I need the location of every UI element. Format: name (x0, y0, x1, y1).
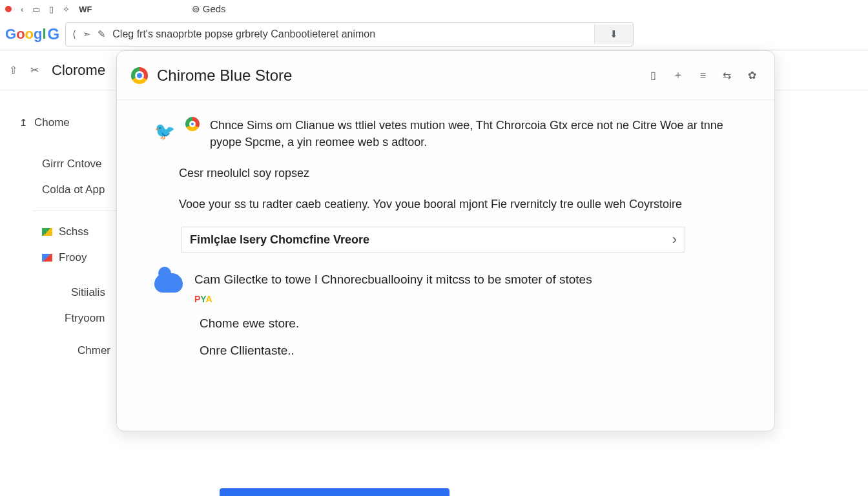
back-small-icon[interactable]: ‹ (21, 5, 23, 14)
sidebar-item-label: Frooy (59, 251, 87, 264)
page-heading: Clorome (52, 62, 105, 79)
sidebar-item-chmer[interactable]: Chmer (0, 338, 116, 364)
tab-globe-icon: ⊚ (192, 3, 200, 14)
add-icon[interactable]: ＋ (669, 68, 687, 82)
chrome-logo-icon (131, 67, 148, 84)
sidebar-item-label: Girrr Cntove (42, 158, 102, 170)
primary-action-button[interactable]: Uttotefoy (220, 488, 450, 496)
download-icon: ⬇ (610, 28, 618, 40)
send-icon[interactable]: ➣ (83, 28, 91, 40)
cloud-icon (154, 273, 183, 293)
app-icon (42, 254, 52, 262)
sub-list: Chome ewe store. Onre Cllientaste.. (200, 315, 737, 359)
twitter-bird-icon: 🐦 (154, 119, 175, 144)
sub-list-item[interactable]: Onre Cllientaste.. (200, 342, 737, 360)
nav-back-icon[interactable]: ⟨ (72, 28, 76, 40)
sidebar-item-sitiialis[interactable]: Sitiialis (0, 280, 116, 305)
settings-icon[interactable]: ⇆ (719, 69, 735, 81)
store-dialog: Chirome Blue Store ▯ ＋ ≡ ⇆ ✿ 🐦 Chnce Sim… (116, 50, 775, 431)
body-line-2: Cesr rneolulcl soy ropsez (179, 165, 737, 181)
store-search-row[interactable]: Fimlçlae lsery Chomcfine Vreore › (181, 227, 685, 253)
wf-label: WF (79, 5, 92, 14)
sub-list-item[interactable]: Chome ewe store. (200, 315, 737, 333)
tool-icon[interactable]: ✂ (30, 64, 39, 76)
sidebar-item-label: Colda ot App (42, 183, 105, 196)
sidebar-item-girrr[interactable]: Girrr Cntove (0, 151, 116, 177)
app-icon (42, 228, 52, 236)
sidebar-item-label: Chome (34, 116, 70, 129)
cloud-row: Cam Gilectke to towe I Chnorecbuallooiny… (154, 271, 737, 305)
sidebar-item-label: Ftryoom (65, 312, 105, 324)
tab-title[interactable]: ⊚ Geds (192, 3, 226, 15)
badge-yellow: A (205, 294, 212, 304)
toolbar-row: Googl G ⟨ ➣ ✎ ⬇ (0, 18, 868, 50)
page-small-icon[interactable]: ▯ (49, 5, 54, 14)
url-input[interactable] (112, 28, 588, 40)
intro-row: 🐦 Chnce Sims om Clianue ws ttliel vetes … (154, 117, 737, 150)
up-arrow-icon: ↥ (19, 117, 28, 129)
sidebar-item-home[interactable]: ↥ Chome (0, 110, 116, 136)
sidebar: ↥ Chome Girrr Cntove Colda ot App Schss … (0, 90, 116, 496)
dialog-title: Chirome Blue Store (157, 67, 292, 85)
sidebar-item-colda[interactable]: Colda ot App (0, 177, 116, 203)
sidebar-item-ftryoom[interactable]: Ftryoom (0, 305, 116, 331)
sidebar-item-label: Sitiialis (71, 286, 105, 298)
folder-icon: ✎ (98, 28, 106, 40)
badge-row: PYA (194, 293, 592, 305)
google-logo: Googl G (5, 25, 59, 43)
chrome-small-icon (185, 117, 200, 131)
intro-text: Chnce Sims om Clianue ws ttliel vetes mu… (210, 117, 737, 150)
menu-lines-icon[interactable]: ≡ (696, 70, 710, 81)
dialog-header: Chirome Blue Store ▯ ＋ ≡ ⇆ ✿ (117, 51, 774, 100)
store-search-label: Fimlçlae lsery Chomcfine Vreore (190, 231, 672, 248)
spark-small-icon[interactable]: ✧ (63, 5, 70, 14)
sidebar-item-schss[interactable]: Schss (0, 219, 116, 245)
window-controls-strip: ‹ ▭ ▯ ✧ WF ⊚ Geds (0, 0, 868, 18)
chevron-right-icon: › (672, 229, 677, 250)
sidebar-item-label: Chmer (78, 344, 110, 356)
bookmark-small-icon[interactable]: ▭ (32, 5, 40, 14)
extensions-icon[interactable]: ✿ (744, 69, 760, 81)
badge-red: P (194, 294, 200, 304)
window-close-dot[interactable] (5, 6, 12, 12)
cloud-text: Cam Gilectke to towe I Chnorecbuallooiny… (194, 271, 592, 289)
tab-title-text: Geds (203, 3, 226, 14)
pin-icon[interactable]: ⇧ (9, 64, 17, 76)
sidebar-item-label: Schss (59, 225, 88, 238)
sidebar-item-frooy[interactable]: Frooy (0, 245, 116, 271)
omnibox-action-chip[interactable]: ⬇ (594, 25, 633, 44)
address-bar[interactable]: ⟨ ➣ ✎ ⬇ (65, 22, 634, 46)
main-area: ↥ Chome Girrr Cntove Colda ot App Schss … (0, 90, 868, 496)
dialog-body: 🐦 Chnce Sims om Clianue ws ttliel vetes … (117, 100, 774, 381)
body-line-3: Vooe your ss tu radter caeb ceatieny. Yo… (179, 196, 737, 212)
bookmark-icon[interactable]: ▯ (646, 69, 660, 81)
